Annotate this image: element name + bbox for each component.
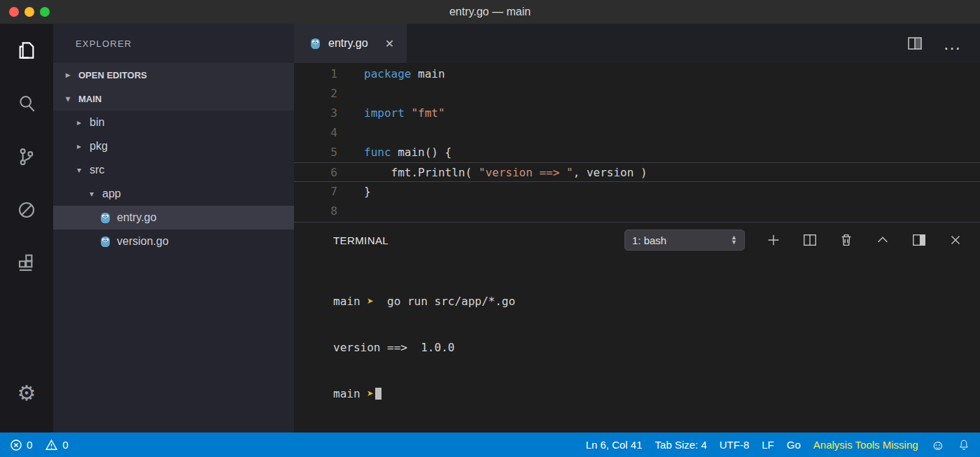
line-number: 8 xyxy=(294,202,337,221)
chevron-right-icon: ▸ xyxy=(74,141,84,151)
code-line: 3 import "fmt" xyxy=(294,104,980,123)
language-status[interactable]: Go xyxy=(787,439,801,451)
line-number: 6 xyxy=(294,163,337,181)
sidebar-title: EXPLORER xyxy=(53,24,294,63)
titlebar: entry.go — main xyxy=(0,0,980,24)
feedback-smiley-icon[interactable]: ☺ xyxy=(931,438,945,452)
tree-item-label: app xyxy=(102,188,121,200)
code-line: 2 xyxy=(294,84,980,104)
eol-status[interactable]: LF xyxy=(762,439,774,451)
select-arrows-icon: ▲▼ xyxy=(731,235,737,245)
code-editor[interactable]: 1 package main 2 3 import "fmt" 4 5 xyxy=(294,63,980,222)
debug-icon[interactable] xyxy=(0,183,53,237)
code-text: fmt.Println( "version ==> ", version ) xyxy=(337,163,648,181)
chevron-right-icon: ▸ xyxy=(63,70,73,80)
terminal-panel: TERMINAL 1: bash ▲▼ xyxy=(294,222,980,433)
split-editor-icon[interactable] xyxy=(906,35,923,52)
activity-bar: ⚙ xyxy=(0,24,53,433)
warnings-status[interactable]: 0 xyxy=(45,439,68,451)
more-actions-icon[interactable]: … xyxy=(943,40,962,47)
section-label: MAIN xyxy=(78,94,102,104)
tree-item-app[interactable]: ▾ app xyxy=(53,182,294,206)
main-row: ⚙ EXPLORER ▸ OPEN EDITORS ▾ MAIN ▸ bin ▸ xyxy=(0,24,980,433)
toggle-panel-position-icon[interactable] xyxy=(911,232,927,248)
code-line-current: 6 fmt.Println( "version ==> ", version ) xyxy=(294,162,980,182)
vscode-window: entry.go — main ⚙ EXPLO xyxy=(0,0,980,457)
code-text: func main() { xyxy=(337,143,451,162)
line-number: 5 xyxy=(294,143,337,162)
panel-icons xyxy=(766,232,963,248)
code-line: 4 xyxy=(294,123,980,143)
zoom-window-button[interactable] xyxy=(40,7,50,17)
tab-size-status[interactable]: Tab Size: 4 xyxy=(655,439,707,451)
tree-item-label: src xyxy=(90,164,104,176)
tab-close-icon[interactable]: ✕ xyxy=(385,37,394,50)
notifications-bell-icon[interactable] xyxy=(958,439,970,451)
tree-item-label: bin xyxy=(90,116,104,129)
close-panel-icon[interactable] xyxy=(948,232,963,248)
source-control-icon[interactable] xyxy=(0,130,53,183)
cursor-position-status[interactable]: Ln 6, Col 41 xyxy=(586,439,643,451)
tree-item-src[interactable]: ▾ src xyxy=(53,158,294,182)
tree-item-label: version.go xyxy=(117,235,169,248)
tree-item-label: pkg xyxy=(90,140,108,153)
line-number: 1 xyxy=(294,64,337,84)
new-terminal-icon[interactable] xyxy=(766,232,781,248)
maximize-panel-icon[interactable] xyxy=(875,232,890,248)
code-line: 7 } xyxy=(294,182,980,202)
chevron-down-icon: ▾ xyxy=(87,189,97,199)
code-line: 1 package main xyxy=(294,64,980,84)
go-file-icon xyxy=(99,212,111,224)
section-main[interactable]: ▾ MAIN xyxy=(53,87,294,111)
errors-status[interactable]: 0 xyxy=(10,439,32,451)
status-right: Ln 6, Col 41 Tab Size: 4 UTF-8 LF Go Ana… xyxy=(586,438,970,452)
tree-item-version-go[interactable]: version.go xyxy=(53,230,294,253)
section-label: OPEN EDITORS xyxy=(78,70,147,80)
terminal-output[interactable]: main ➤ go run src/app/*.go version ==> 1… xyxy=(294,258,980,433)
code-text: import "fmt" xyxy=(337,104,445,123)
section-open-editors[interactable]: ▸ OPEN EDITORS xyxy=(53,63,294,87)
status-left: 0 0 xyxy=(10,439,69,451)
warning-icon xyxy=(45,439,58,451)
tree-item-pkg[interactable]: ▸ pkg xyxy=(53,134,294,158)
encoding-status[interactable]: UTF-8 xyxy=(720,439,750,451)
editor-actions: … xyxy=(906,24,980,63)
editor-column: entry.go ✕ … 1 package main 2 xyxy=(294,24,980,433)
go-file-icon xyxy=(309,38,321,50)
chevron-right-icon: ▸ xyxy=(74,118,84,127)
line-number: 4 xyxy=(294,123,337,143)
code-text xyxy=(337,84,364,104)
terminal-line: version ==> 1.0.0 xyxy=(333,340,980,356)
window-title: entry.go — main xyxy=(449,6,531,18)
selected-shell: 1: bash xyxy=(632,234,666,246)
close-window-button[interactable] xyxy=(9,7,19,17)
minimize-window-button[interactable] xyxy=(24,7,34,17)
code-text: } xyxy=(337,182,371,202)
kill-terminal-icon[interactable] xyxy=(839,232,854,248)
file-tree: ▸ bin ▸ pkg ▾ src ▾ app entry.go xyxy=(53,111,294,433)
line-number: 2 xyxy=(294,84,337,104)
code-line: 8 xyxy=(294,202,980,221)
analysis-tools-warning[interactable]: Analysis Tools Missing xyxy=(813,439,918,451)
tree-item-label: entry.go xyxy=(117,211,157,224)
search-icon[interactable] xyxy=(0,77,53,130)
go-file-icon xyxy=(99,236,111,248)
prompt-arrow: ➤ xyxy=(367,295,374,308)
code-text xyxy=(337,123,364,143)
explorer-icon[interactable] xyxy=(0,24,53,77)
extensions-icon[interactable] xyxy=(0,237,53,290)
tab-entry-go[interactable]: entry.go ✕ xyxy=(294,24,407,63)
status-bar: 0 0 Ln 6, Col 41 Tab Size: 4 UTF-8 LF Go… xyxy=(0,433,980,457)
terminal-line: main ➤ go run src/app/*.go xyxy=(333,294,980,309)
traffic-lights xyxy=(9,7,50,17)
tree-item-entry-go[interactable]: entry.go xyxy=(53,206,294,230)
tab-label: entry.go xyxy=(328,37,368,50)
chevron-down-icon: ▾ xyxy=(74,165,84,175)
tree-item-bin[interactable]: ▸ bin xyxy=(53,111,294,134)
terminal-shell-select[interactable]: 1: bash ▲▼ xyxy=(624,230,745,251)
code-text xyxy=(337,202,364,221)
settings-gear-icon[interactable]: ⚙ xyxy=(0,367,53,420)
panel-title: TERMINAL xyxy=(333,234,388,246)
split-terminal-icon[interactable] xyxy=(802,232,818,248)
error-icon xyxy=(10,439,22,451)
